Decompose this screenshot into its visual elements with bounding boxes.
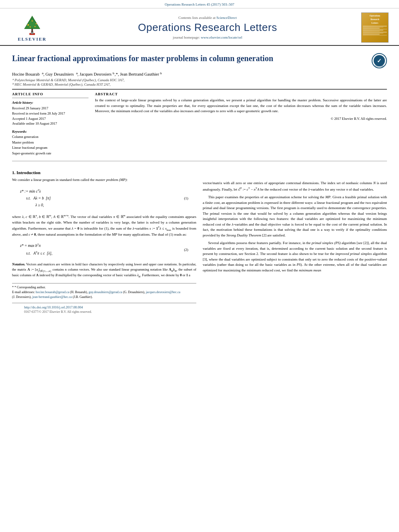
keyword-3: Linear fractional program: [12, 145, 88, 151]
article-info-abstract-section: ARTICLE INFO Article history: Received 2…: [12, 92, 387, 156]
footnote-emails: E-mail addresses: hocine.bouarab@gerad.c…: [12, 290, 196, 300]
elsevier-wordmark: ELSEVIER: [18, 37, 47, 41]
cover-line-7: [363, 32, 387, 33]
svg-point-6: [35, 23, 37, 25]
notation-paragraph: Notation. Vectors and matrices are writt…: [12, 262, 196, 279]
body-right-column: vector/matrix with all zero or one entri…: [203, 164, 387, 316]
journal-cover-thumbnail: Operations Research Letters: [359, 12, 391, 43]
formula-1-line2: s.t. Aλ = b [π]: [26, 195, 51, 202]
affiliation-a: ᵃ Polytechnique Montréal & GERAD, Montré…: [12, 78, 387, 82]
cover-title-res: Research: [370, 18, 379, 21]
formula-1-box: z* := min cTλ s.t. Aλ = b [π] λ ≥ 0, (1): [20, 186, 188, 210]
formula-2-box: z* = max bTπ s.t. ATπ ≤ c [λ], (2): [20, 240, 188, 259]
journal-homepage-line: journal homepage: www.elsevier.com/locat…: [56, 35, 359, 39]
footnote-email-4: jean-bertrand.gauthier@hec.ca: [32, 295, 72, 299]
cover-line-10: [363, 35, 387, 36]
cover-line-6: [363, 31, 380, 32]
formula-2-number: (2): [184, 248, 189, 252]
footnote-email-addresses: hocine.bouarab@gerad.ca: [36, 290, 69, 294]
introduction-heading: 1. Introduction: [12, 170, 196, 175]
abstract-heading: ABSTRACT: [95, 92, 387, 96]
page: Operations Research Letters 45 (2017) 50…: [0, 0, 399, 532]
journal-header: ELSEVIER Contents lists available at Sci…: [0, 8, 399, 46]
abstract-text: In the context of large-scale linear pro…: [95, 98, 387, 114]
email-label: E-mail addresses:: [12, 290, 35, 294]
body-left-column: 1. Introduction We consider a linear pro…: [12, 164, 196, 316]
formula-1-line1: z* := min cTλ: [20, 188, 51, 195]
homepage-url[interactable]: www.elsevier.com/locate/orl: [201, 35, 242, 39]
crossmark-icon: ✓ CrossMark: [372, 53, 387, 68]
body-two-column-section: 1. Introduction We consider a linear pro…: [12, 164, 387, 316]
keyword-1: Column generation: [12, 134, 88, 140]
keyword-4: Super-geometric growth rate: [12, 151, 88, 156]
doi-link[interactable]: http://dx.doi.org/10.1016/j.orl.2017.08.…: [24, 305, 184, 309]
cover-line-8: [363, 33, 383, 34]
article-info-heading: ARTICLE INFO: [12, 92, 88, 96]
cover-line-3: [363, 28, 380, 29]
svg-point-8: [29, 27, 31, 28]
cover-title-ops: Operations: [370, 14, 380, 17]
doi-bar: http://dx.doi.org/10.1016/j.orl.2017.08.…: [12, 303, 196, 316]
cover-title-let: Letters: [372, 22, 378, 25]
cover-line-9: [363, 34, 380, 35]
svg-point-5: [27, 24, 29, 26]
intro-paragraph-2: where λ, c ∈ ℝn, b ∈ ℝm, A ∈ ℝm×n. The v…: [12, 214, 196, 237]
history-title: Article history:: [12, 101, 88, 105]
authors-text: Hocine Bouarab ᵃ, Guy Desaulniers ᵃ, Jac…: [12, 72, 162, 76]
svg-marker-4: [25, 18, 39, 28]
issn-text: 0167-6377/© 2017 Elsevier B.V. All right…: [24, 310, 184, 314]
footnote-corresponding: * * Corresponding author.: [12, 285, 196, 290]
intro-paragraph-1: We consider a linear program in standard…: [12, 177, 196, 183]
footnote-email-2: guy.desaulniers@gerad.ca: [88, 290, 122, 294]
footnote-email-3: jacques.desrosiers@hec.ca: [146, 290, 181, 294]
divider-after-abstract: [12, 161, 387, 161]
svg-text:✓: ✓: [377, 58, 382, 64]
article-info-column: ARTICLE INFO Article history: Received 2…: [12, 92, 88, 156]
cover-line-5: [363, 30, 383, 31]
affiliation-b: ᵇ HEC Montréal & GERAD, Montréal (Québec…: [12, 82, 387, 86]
journal-cover-image: Operations Research Letters: [361, 12, 389, 43]
available-date: Available online 10 August 2017: [12, 121, 88, 126]
contents-available-line: Contents lists available at ScienceDirec…: [56, 16, 359, 20]
received-date: Received 29 January 2017: [12, 106, 88, 111]
svg-text:CrossMark: CrossMark: [375, 65, 384, 67]
right-col-approximation: This paper examines the properties of an…: [203, 195, 387, 238]
article-title: Linear fractional approximations for mas…: [12, 53, 368, 64]
formula-1-content: z* := min cTλ s.t. Aλ = b [π] λ ≥ 0,: [20, 188, 51, 209]
footnote-section: * * Corresponding author. E-mail address…: [12, 283, 196, 300]
journal-name-heading: Operations Research Letters: [56, 21, 359, 34]
cover-line-4: [363, 29, 387, 30]
top-citation-bar: Operations Research Letters 45 (2017) 50…: [0, 0, 399, 8]
divider-under-article-info: [12, 98, 88, 98]
article-content: Linear fractional approximations for mas…: [0, 46, 399, 320]
formula-2-line2: s.t. ATπ ≤ c [λ],: [26, 250, 52, 257]
cover-line-1: [363, 26, 387, 27]
revised-date: Received in revised form 28 July 2017: [12, 111, 88, 116]
keyword-2: Master problem: [12, 140, 88, 146]
elsevier-logo: ELSEVIER: [18, 14, 47, 41]
right-col-algorithms: Several algorithms possess these feature…: [203, 240, 387, 273]
sciencedirect-link[interactable]: ScienceDirect: [216, 16, 237, 20]
formula-2-line1: z* = max bTπ: [20, 242, 52, 249]
keywords-heading: Keywords:: [12, 129, 88, 134]
authors-line: Hocine Bouarab ᵃ, Guy Desaulniers ᵃ, Jac…: [12, 72, 387, 76]
divider-after-affiliations: [12, 89, 387, 90]
abstract-copyright: © 2017 Elsevier B.V. All rights reserved…: [95, 117, 387, 121]
formula-2-content: z* = max bTπ s.t. ATπ ≤ c [λ],: [20, 242, 52, 257]
elsevier-branding: ELSEVIER: [8, 14, 56, 41]
cover-decorative-lines: [363, 25, 387, 36]
cover-line-2: [363, 27, 383, 28]
svg-point-7: [31, 21, 33, 22]
right-col-intro-1: vector/matrix with all zero or one entri…: [203, 181, 387, 192]
svg-point-9: [34, 26, 35, 27]
accepted-date: Accepted 1 August 2017: [12, 116, 88, 121]
citation-text: Operations Research Letters 45 (2017) 50…: [165, 2, 234, 6]
abstract-column: ABSTRACT In the context of large-scale l…: [95, 92, 387, 156]
journal-title-area: Contents lists available at ScienceDirec…: [56, 16, 359, 39]
formula-1-line3: λ ≥ 0,: [35, 202, 51, 209]
elsevier-tree-icon: [18, 14, 46, 36]
article-title-section: Linear fractional approximations for mas…: [12, 53, 387, 68]
formula-1-number: (1): [184, 196, 189, 200]
